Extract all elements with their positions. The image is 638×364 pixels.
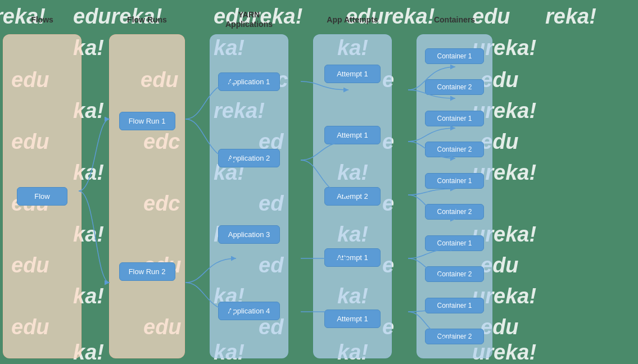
container-10-node[interactable]: Container 2 xyxy=(425,329,484,344)
flowruns-column: Flow Runs Flow Run 1 Flow Run 2 xyxy=(109,8,185,358)
flows-panel: Flow xyxy=(3,34,82,358)
spacer-2 xyxy=(186,8,209,358)
attempt-3-node[interactable]: Attempt 2 xyxy=(324,187,381,206)
app-3-node[interactable]: Application 3 xyxy=(218,225,280,244)
containers-header: Containers xyxy=(417,8,492,31)
app-1-node[interactable]: Application 1 xyxy=(218,72,280,91)
container-8-node[interactable]: Container 2 xyxy=(425,266,484,282)
container-6-node[interactable]: Container 2 xyxy=(425,204,484,220)
container-1-node[interactable]: Container 1 xyxy=(425,48,484,64)
container-9-node[interactable]: Container 1 xyxy=(425,298,484,313)
yarn-panel: Application 1 Application 2 Application … xyxy=(210,34,288,358)
flowrun-2-node[interactable]: Flow Run 2 xyxy=(119,262,175,281)
flowrun-1-node[interactable]: Flow Run 1 xyxy=(119,112,175,130)
attempt-5-node[interactable]: Attempt 1 xyxy=(324,310,381,328)
attempt-1-node[interactable]: Attempt 1 xyxy=(324,65,381,83)
flow-node[interactable]: Flow xyxy=(17,187,67,206)
flowruns-header: Flow Runs xyxy=(109,8,185,31)
attempts-panel: Attempt 1 Attempt 1 Attempt 2 Attempt 1 … xyxy=(313,34,392,358)
containers-column: Containers Container 1 Container 2 Conta… xyxy=(417,8,492,358)
container-5-node[interactable]: Container 1 xyxy=(425,173,484,189)
attempts-header: App Attempts xyxy=(313,8,392,31)
containers-panel: Container 1 Container 2 Container 1 Cont… xyxy=(417,34,492,358)
container-2-node[interactable]: Container 2 xyxy=(425,79,484,95)
container-3-node[interactable]: Container 1 xyxy=(425,111,484,126)
yarn-column: YARN Applications Application 1 Applicat… xyxy=(210,8,288,358)
attempt-4-node[interactable]: Attempt 1 xyxy=(324,248,381,267)
app-4-node[interactable]: Application 4 xyxy=(218,302,280,320)
yarn-header: YARN Applications xyxy=(210,8,288,31)
container-4-node[interactable]: Container 2 xyxy=(425,142,484,157)
attempts-column: App Attempts Attempt 1 Attempt 1 Attempt… xyxy=(313,8,392,358)
attempt-2-node[interactable]: Attempt 1 xyxy=(324,126,381,144)
flows-column: Flows Flow xyxy=(3,8,82,358)
spacer-3 xyxy=(289,8,312,358)
flows-header: Flows xyxy=(3,8,82,31)
app-2-node[interactable]: Application 2 xyxy=(218,149,280,167)
spacer-4 xyxy=(393,8,415,358)
container-7-node[interactable]: Container 1 xyxy=(425,235,484,251)
flowruns-panel: Flow Run 1 Flow Run 2 xyxy=(109,34,185,358)
spacer-1 xyxy=(83,8,108,358)
diagram-layout: Flows Flow Flow Runs Flow Run 1 Flow Run… xyxy=(3,8,635,358)
